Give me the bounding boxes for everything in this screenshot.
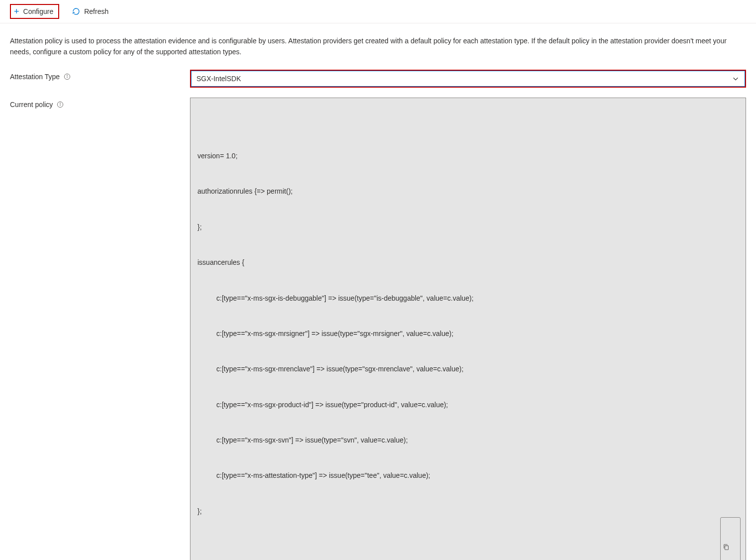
svg-rect-6 xyxy=(725,546,728,550)
policy-line: }; xyxy=(197,222,739,233)
configure-button[interactable]: + Configure xyxy=(10,4,59,19)
attestation-type-label: Attestation Type xyxy=(10,73,60,81)
svg-point-5 xyxy=(60,103,61,103)
attestation-type-control: SGX-IntelSDK xyxy=(190,70,746,88)
current-policy-label-wrapper: Current policy xyxy=(10,98,190,109)
attestation-type-label-wrapper: Attestation Type xyxy=(10,70,190,81)
current-policy-row: Current policy version= 1.0; authorizati… xyxy=(10,98,746,560)
info-icon xyxy=(64,73,71,80)
refresh-button[interactable]: Refresh xyxy=(67,4,113,18)
attestation-type-row: Attestation Type SGX-IntelSDK xyxy=(10,70,746,88)
refresh-icon xyxy=(72,7,80,15)
policy-description: Attestation policy is used to process th… xyxy=(10,35,746,58)
attestation-type-select[interactable]: SGX-IntelSDK xyxy=(191,71,745,87)
svg-point-2 xyxy=(67,75,68,75)
configure-label: Configure xyxy=(23,7,54,15)
policy-rule: c:[type=="x-ms-sgx-product-id"] => issue… xyxy=(197,399,739,411)
policy-line: authorizationrules {=> permit(); xyxy=(197,186,739,198)
plus-icon: + xyxy=(14,7,19,16)
policy-rule: c:[type=="x-ms-sgx-mrenclave"] => issue(… xyxy=(197,363,739,375)
current-policy-label: Current policy xyxy=(10,101,53,109)
policy-rule: c:[type=="x-ms-attestation-type"] => iss… xyxy=(197,470,739,482)
info-icon xyxy=(57,101,64,108)
policy-rule: c:[type=="x-ms-sgx-is-debuggable"] => is… xyxy=(197,293,739,305)
policy-content: version= 1.0; authorizationrules {=> per… xyxy=(197,126,739,541)
toolbar: + Configure Refresh xyxy=(0,0,756,23)
copy-button[interactable] xyxy=(720,517,741,560)
policy-rule: c:[type=="x-ms-sgx-svn"] => issue(type="… xyxy=(197,435,739,447)
policy-rule: c:[type=="x-ms-sgx-mrsigner"] => issue(t… xyxy=(197,328,739,340)
policy-textbox: version= 1.0; authorizationrules {=> per… xyxy=(190,98,746,560)
attestation-type-select-wrapper: SGX-IntelSDK xyxy=(190,70,746,88)
main-content: Attestation policy is used to process th… xyxy=(0,23,756,560)
policy-line: issuancerules { xyxy=(197,257,739,269)
copy-icon xyxy=(723,544,730,551)
policy-line: version= 1.0; xyxy=(197,150,739,162)
refresh-label: Refresh xyxy=(84,7,108,15)
policy-line: }; xyxy=(197,506,739,518)
